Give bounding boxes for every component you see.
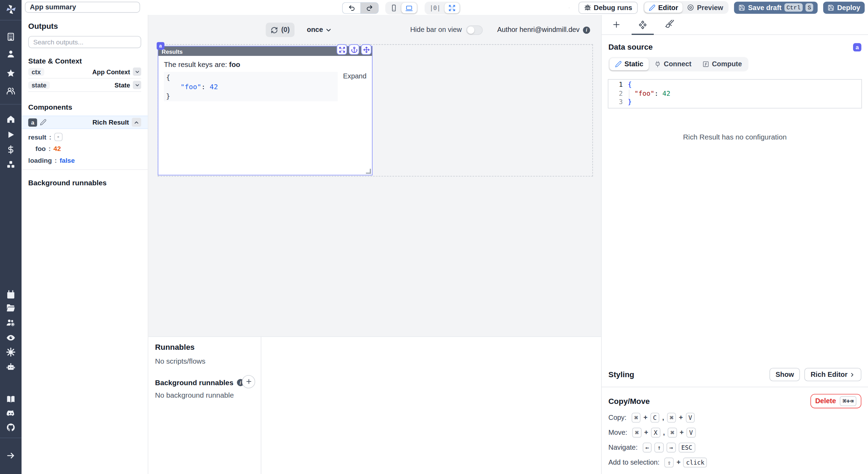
key-badge: C [650,413,660,423]
desktop-view-button[interactable] [401,3,417,13]
discord-icon[interactable] [6,409,16,418]
delete-component-button[interactable]: Delete ⌘+⌫ [810,394,861,408]
mobile-view-button[interactable] [386,3,401,13]
resize-handle[interactable] [366,169,371,173]
rich-editor-button[interactable]: Rich Editor [804,368,861,381]
collapse-result-button[interactable]: - [54,133,62,141]
app-canvas[interactable]: (0) once Hide bar on view Author henri@w… [148,15,601,336]
docs-book-icon[interactable] [6,395,16,404]
full-width-button[interactable] [444,3,459,13]
editor-tab[interactable]: Editor [644,2,683,12]
component-toolbar [336,44,371,55]
recompute-mode-dropdown[interactable]: once [303,25,336,34]
styling-show-button[interactable]: Show [769,368,800,381]
code-value: 42 [662,89,670,97]
component-a-row[interactable]: a Rich Result [22,116,148,129]
state-row[interactable]: state State [28,78,141,92]
styling-brush-tab[interactable] [656,15,683,34]
pencil-icon [649,4,656,11]
github-icon[interactable] [6,423,16,432]
key-badge: ← [643,443,652,453]
ctx-expand-button[interactable] [133,68,141,76]
favorites-star-icon[interactable] [6,69,16,78]
add-background-runnable-button[interactable] [242,375,255,388]
state-key-badge: state [28,81,50,89]
ctx-type-label: App Context [92,68,130,75]
groups-admin-icon[interactable] [6,318,16,328]
state-context-title: State & Context [28,57,141,65]
topbar-center-tools: |0| [342,2,460,15]
chevron-down-icon [325,26,333,34]
s-key-badge: S [806,3,813,12]
result-key-name: foo [229,60,240,69]
component-body: The result keys are: foo Expand { "foo":… [158,56,372,105]
recompute-count: (0) [281,26,290,34]
variables-dollar-icon[interactable] [6,145,16,154]
workspace-icon[interactable] [6,32,16,41]
component-settings-tab[interactable] [629,15,656,34]
tree-row-loading[interactable]: loading : false [28,154,141,166]
settings-gear-icon[interactable] [6,347,16,357]
audit-eye-icon[interactable] [6,333,16,342]
info-icon[interactable]: i [583,26,590,34]
rich-editor-label: Rich Editor [811,371,848,378]
tree-row-result[interactable]: result : - [28,131,141,143]
shortcut-row-move: Move: ⌘ + X , ⌘ + V [602,428,868,438]
connect-tab[interactable]: Connect [649,58,697,70]
anchor-component-icon[interactable] [349,44,359,55]
canvas-width-group: |0| [425,2,460,15]
expand-component-icon[interactable] [336,44,347,55]
save-draft-button[interactable]: Save draft Ctrl S [734,1,818,14]
rail-divider [0,438,22,438]
rename-pencil-icon[interactable] [40,119,47,126]
resources-boxes-icon[interactable] [6,160,16,169]
function-square-icon [702,61,709,67]
data-source-header: Data source a [602,43,868,52]
redo-button[interactable] [360,2,379,14]
canvas-grid-row[interactable]: a Results The result keys are: foo Expan… [158,44,593,177]
static-tab[interactable]: Static [609,58,649,70]
undo-button[interactable] [342,2,360,14]
more-menu-button[interactable] [565,3,573,12]
compute-tab[interactable]: Compute [697,58,747,70]
collapse-arrow-icon[interactable] [6,451,16,460]
debug-runs-button[interactable]: Debug runs [578,1,637,14]
settings-panel-tabs [602,15,868,35]
insert-component-tab[interactable] [603,15,629,34]
tree-row-foo[interactable]: foo : 42 [28,143,141,154]
json-viewer: { "foo": 42 } [164,72,338,101]
key-badge: V [686,413,695,423]
runs-play-icon[interactable] [6,130,16,139]
folders-icon[interactable] [6,303,16,313]
preview-eye-icon [687,4,694,11]
centered-canvas-button[interactable]: |0| [426,3,444,13]
preview-tab[interactable]: Preview [683,2,728,12]
component-badge: a [157,42,164,50]
ai-robot-icon[interactable] [6,362,16,372]
rich-result-component[interactable]: a Results The result keys are: foo Expan… [158,46,373,175]
state-expand-button[interactable] [133,81,141,89]
runnables-list: Runnables No scripts/flows Background ru… [148,337,261,474]
home-icon[interactable] [6,115,16,124]
schedules-calendar-icon[interactable] [6,290,16,299]
topbar: |0| Debug runs Editor Preview [22,0,868,16]
key-badge: → [667,443,676,453]
hide-bar-toggle[interactable] [466,25,483,35]
expand-json-link[interactable]: Expand [343,73,367,80]
users-icon[interactable] [6,86,16,96]
save-draft-label: Save draft [748,3,782,11]
recompute-button[interactable]: (0) [266,23,294,37]
shortcut-row-add-selection: Add to selection: ⇧ + click [602,458,868,468]
deploy-button[interactable]: Deploy [823,1,865,14]
json-code-editor[interactable]: 1{ 2"foo": 42 3} [608,79,862,108]
components-title: Components [28,103,141,111]
search-outputs-input[interactable] [28,36,141,48]
user-icon[interactable] [6,49,16,59]
ctx-row[interactable]: ctx App Context [28,65,141,78]
background-runnables-title: Background runnables [28,179,141,187]
move-component-icon[interactable] [361,44,372,55]
component-collapse-button[interactable] [132,118,141,127]
app-summary-input[interactable] [25,2,140,13]
windmill-logo-icon[interactable] [5,3,17,17]
key-badge: X [651,428,660,438]
